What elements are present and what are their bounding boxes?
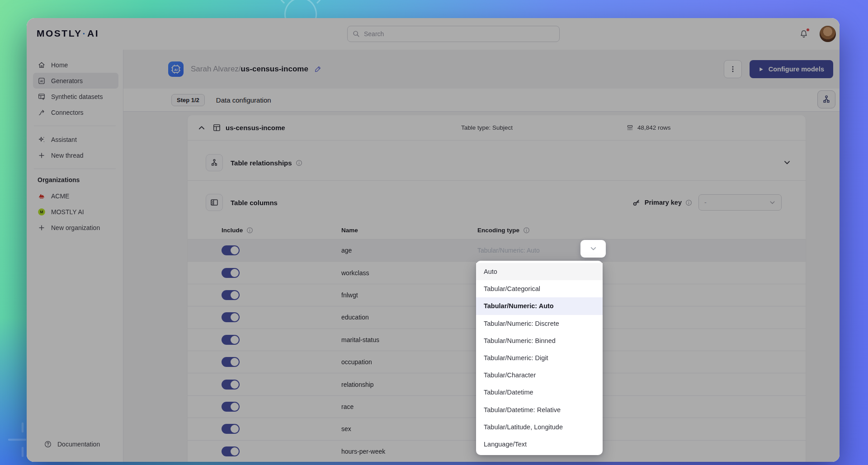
acme-logo [38, 192, 46, 200]
home-icon [38, 61, 46, 69]
include-toggle-marital-status[interactable] [222, 335, 240, 345]
more-actions-button[interactable] [724, 60, 742, 78]
breadcrumb-owner: Sarah Alvarez [191, 65, 239, 73]
sidebar-item-label: Assistant [51, 136, 77, 143]
configure-models-button[interactable]: Configure models [750, 60, 833, 78]
plus-icon [38, 224, 46, 232]
sidebar-item-new-thread[interactable]: New thread [33, 147, 118, 163]
table-relationships-section[interactable]: Table relationships [188, 141, 806, 181]
search-icon [352, 30, 360, 38]
encoding-type-value-age[interactable]: Tabular/Numeric: Auto [477, 247, 540, 254]
dropdown-option-tabular-numeric-digit[interactable]: Tabular/Numeric: Digit [476, 349, 603, 366]
toggle-knob [231, 246, 239, 254]
sidebar-item-documentation[interactable]: Documentation [39, 436, 114, 452]
generator-type-icon: AI [168, 61, 184, 77]
column-name: race [341, 403, 477, 410]
top-bar: MOSTLY·AI [27, 18, 840, 50]
chevron-down-icon [590, 245, 597, 253]
topbar-right [795, 18, 836, 50]
column-name: age [341, 247, 477, 254]
sidebar-item-label: ACME [51, 193, 69, 200]
sidebar-item-synthetic-datasets[interactable]: Synthetic datasets [33, 89, 118, 104]
column-name: occupation [341, 358, 477, 366]
sidebar-item-label: Synthetic datasets [51, 93, 103, 100]
search-input[interactable] [347, 26, 560, 42]
sidebar-item-new-organization[interactable]: New organization [33, 220, 118, 235]
dropdown-option-tabular-character[interactable]: Tabular/Character [476, 366, 603, 384]
info-icon [523, 227, 530, 234]
dropdown-option-auto[interactable]: Auto [476, 263, 603, 280]
sidebar-nav-organizations: ACMEMMOSTLY AINew organization [27, 188, 123, 235]
relationships-label: Table relationships [231, 159, 292, 167]
dropdown-option-tabular-categorical[interactable]: Tabular/Categorical [476, 280, 603, 297]
columns-label: Table columns [231, 199, 278, 207]
primary-key-label: Primary key [645, 199, 682, 206]
dropdown-option-tabular-latitude-longitude[interactable]: Tabular/Latitude, Longitude [476, 418, 603, 436]
step-badge: Step 1/2 [171, 94, 205, 106]
info-icon [296, 160, 302, 166]
column-name: relationship [341, 381, 477, 388]
encoding-select-chevron-button[interactable] [580, 240, 606, 258]
sidebar-item-connectors[interactable]: Connectors [33, 104, 118, 120]
sidebar-item-generators[interactable]: AIGenerators [33, 73, 118, 89]
include-toggle-hours-per-week[interactable] [222, 446, 240, 456]
sidebar-divider [34, 126, 116, 126]
user-avatar[interactable] [820, 26, 836, 42]
toggle-knob [231, 403, 239, 411]
include-toggle-occupation[interactable] [222, 357, 240, 367]
svg-text:M: M [40, 210, 43, 214]
play-icon [759, 67, 764, 72]
dropdown-option-tabular-datetime-relative[interactable]: Tabular/Datetime: Relative [476, 401, 603, 418]
edit-name-icon[interactable] [313, 65, 322, 74]
toggle-knob [231, 269, 239, 277]
primary-key-group: Primary key - [632, 194, 782, 211]
sidebar: HomeAIGeneratorsSynthetic datasetsConnec… [27, 50, 123, 462]
include-toggle-fnlwgt[interactable] [222, 290, 240, 300]
chevron-down-icon[interactable] [783, 159, 791, 167]
sidebar-item-mostly-ai[interactable]: MMOSTLY AI [33, 204, 118, 220]
include-toggle-workclass[interactable] [222, 268, 240, 278]
info-icon [246, 227, 253, 234]
table-relationships-view-button[interactable] [817, 90, 835, 108]
app-window: MOSTLY·AI HomeAIGeneratorsSynthetic data… [27, 18, 840, 462]
column-name: hours-per-week [341, 448, 477, 455]
include-toggle-relationship[interactable] [222, 380, 240, 390]
dropdown-option-tabular-numeric-binned[interactable]: Tabular/Numeric: Binned [476, 332, 603, 349]
logo-dot-icon: · [82, 28, 88, 38]
table-type: Table type: Subject [461, 124, 513, 131]
generators-icon: AI [38, 77, 46, 85]
sidebar-item-label: MOSTLY AI [51, 208, 84, 216]
mostly-logo: M [38, 208, 46, 216]
sidebar-item-assistant[interactable]: Assistant [33, 132, 118, 147]
sidebar-nav-main: HomeAIGeneratorsSynthetic datasetsConnec… [27, 57, 123, 120]
table-columns-section: Table columns Primary key - [188, 181, 806, 221]
table-row: ageTabular/Numeric: Auto [188, 240, 806, 262]
breadcrumb: Sarah Alvarez/us-census-income [191, 65, 308, 74]
include-toggle-sex[interactable] [222, 424, 240, 434]
include-toggle-age[interactable] [222, 245, 240, 255]
toggle-knob [231, 313, 239, 321]
table-card-header: us-census-income Table type: Subject 48,… [188, 115, 806, 141]
hierarchy-icon [821, 94, 831, 104]
include-toggle-race[interactable] [222, 402, 240, 412]
sidebar-nav-assistant: AssistantNew thread [27, 132, 123, 163]
dropdown-option-language-text[interactable]: Language/Text [476, 436, 603, 453]
primary-key-select[interactable]: - [698, 194, 782, 211]
mostly-ai-logo: MOSTLY·AI [37, 28, 99, 39]
question-icon [44, 440, 52, 448]
key-icon [632, 198, 641, 207]
step-bar: Step 1/2 Data configuration [123, 89, 840, 112]
toggle-knob [231, 447, 239, 456]
dropdown-option-tabular-numeric-auto[interactable]: Tabular/Numeric: Auto [476, 297, 603, 315]
sidebar-item-home[interactable]: Home [33, 57, 118, 73]
header-name: Name [341, 227, 477, 234]
toggle-knob [231, 336, 239, 344]
notifications-button[interactable] [795, 25, 812, 42]
page-header: AI Sarah Alvarez/us-census-income Config… [123, 50, 840, 89]
collapse-table-icon[interactable] [198, 124, 206, 132]
dropdown-option-tabular-numeric-discrete[interactable]: Tabular/Numeric: Discrete [476, 315, 603, 332]
include-toggle-education[interactable] [222, 312, 240, 322]
dropdown-option-tabular-datetime[interactable]: Tabular/Datetime [476, 384, 603, 401]
sidebar-item-acme[interactable]: ACME [33, 188, 118, 204]
datasets-icon [38, 93, 46, 101]
